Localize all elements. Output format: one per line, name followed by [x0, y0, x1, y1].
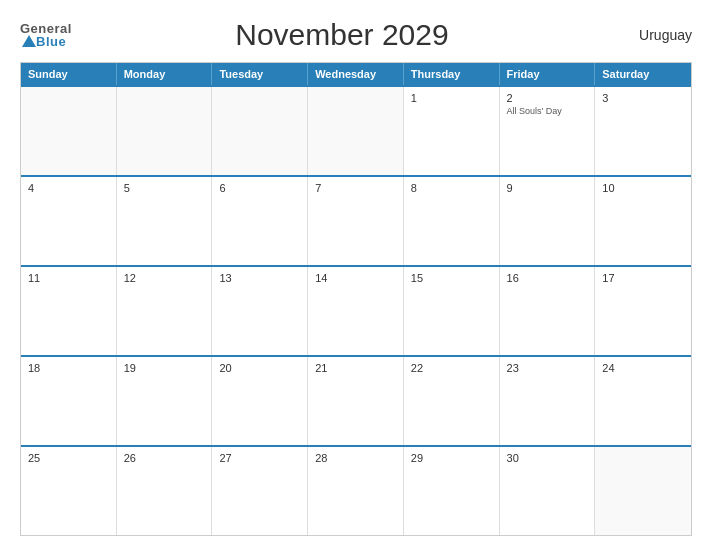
- calendar-cell: 9: [500, 177, 596, 265]
- calendar-cell: 13: [212, 267, 308, 355]
- day-number: 7: [315, 182, 396, 194]
- calendar-cell: 24: [595, 357, 691, 445]
- logo-blue-text: Blue: [36, 35, 66, 48]
- calendar-week-1: 12All Souls' Day3: [21, 85, 691, 175]
- holiday-label: All Souls' Day: [507, 106, 588, 117]
- day-number: 2: [507, 92, 588, 104]
- calendar-cell: 15: [404, 267, 500, 355]
- calendar-cell: [21, 87, 117, 175]
- calendar-cell: [212, 87, 308, 175]
- day-number: 28: [315, 452, 396, 464]
- day-number: 9: [507, 182, 588, 194]
- calendar-cell: 18: [21, 357, 117, 445]
- calendar-cell: 7: [308, 177, 404, 265]
- logo-triangle-icon: [22, 35, 36, 47]
- calendar-cell: 23: [500, 357, 596, 445]
- day-number: 15: [411, 272, 492, 284]
- calendar-header-monday: Monday: [117, 63, 213, 85]
- calendar-cell: 10: [595, 177, 691, 265]
- calendar-header-wednesday: Wednesday: [308, 63, 404, 85]
- day-number: 23: [507, 362, 588, 374]
- day-number: 4: [28, 182, 109, 194]
- day-number: 18: [28, 362, 109, 374]
- day-number: 6: [219, 182, 300, 194]
- calendar-cell: 28: [308, 447, 404, 535]
- calendar-cell: 6: [212, 177, 308, 265]
- calendar-header-saturday: Saturday: [595, 63, 691, 85]
- calendar-cell: 5: [117, 177, 213, 265]
- calendar-header-tuesday: Tuesday: [212, 63, 308, 85]
- calendar-body: 12All Souls' Day345678910111213141516171…: [21, 85, 691, 535]
- calendar-header-thursday: Thursday: [404, 63, 500, 85]
- page-title: November 2029: [72, 18, 612, 52]
- page-header: General Blue November 2029 Uruguay: [20, 18, 692, 52]
- day-number: 12: [124, 272, 205, 284]
- calendar-cell: 16: [500, 267, 596, 355]
- day-number: 3: [602, 92, 684, 104]
- calendar-cell: 19: [117, 357, 213, 445]
- day-number: 22: [411, 362, 492, 374]
- calendar-cell: 12: [117, 267, 213, 355]
- calendar-cell: 4: [21, 177, 117, 265]
- calendar-cell: 25: [21, 447, 117, 535]
- calendar-cell: 26: [117, 447, 213, 535]
- calendar-cell: 17: [595, 267, 691, 355]
- country-label: Uruguay: [612, 27, 692, 43]
- day-number: 13: [219, 272, 300, 284]
- calendar-week-3: 11121314151617: [21, 265, 691, 355]
- day-number: 17: [602, 272, 684, 284]
- calendar-cell: 21: [308, 357, 404, 445]
- day-number: 30: [507, 452, 588, 464]
- day-number: 24: [602, 362, 684, 374]
- calendar-cell: 8: [404, 177, 500, 265]
- day-number: 19: [124, 362, 205, 374]
- day-number: 20: [219, 362, 300, 374]
- day-number: 26: [124, 452, 205, 464]
- calendar-cell: 2All Souls' Day: [500, 87, 596, 175]
- calendar-cell: 22: [404, 357, 500, 445]
- calendar-cell: [117, 87, 213, 175]
- calendar-cell: 29: [404, 447, 500, 535]
- day-number: 8: [411, 182, 492, 194]
- calendar-header-friday: Friday: [500, 63, 596, 85]
- day-number: 25: [28, 452, 109, 464]
- logo: General Blue: [20, 22, 72, 48]
- calendar-week-5: 252627282930: [21, 445, 691, 535]
- calendar-cell: 3: [595, 87, 691, 175]
- day-number: 1: [411, 92, 492, 104]
- calendar-cell: 1: [404, 87, 500, 175]
- calendar-cell: 14: [308, 267, 404, 355]
- day-number: 21: [315, 362, 396, 374]
- calendar-cell: 27: [212, 447, 308, 535]
- day-number: 5: [124, 182, 205, 194]
- calendar-page: General Blue November 2029 Uruguay Sunda…: [0, 0, 712, 550]
- calendar-week-4: 18192021222324: [21, 355, 691, 445]
- day-number: 29: [411, 452, 492, 464]
- calendar-cell: 11: [21, 267, 117, 355]
- day-number: 16: [507, 272, 588, 284]
- calendar-cell: 20: [212, 357, 308, 445]
- calendar-header-sunday: Sunday: [21, 63, 117, 85]
- calendar-header-row: SundayMondayTuesdayWednesdayThursdayFrid…: [21, 63, 691, 85]
- calendar-cell: [595, 447, 691, 535]
- day-number: 10: [602, 182, 684, 194]
- day-number: 27: [219, 452, 300, 464]
- calendar-grid: SundayMondayTuesdayWednesdayThursdayFrid…: [20, 62, 692, 536]
- calendar-week-2: 45678910: [21, 175, 691, 265]
- day-number: 14: [315, 272, 396, 284]
- day-number: 11: [28, 272, 109, 284]
- calendar-cell: 30: [500, 447, 596, 535]
- calendar-cell: [308, 87, 404, 175]
